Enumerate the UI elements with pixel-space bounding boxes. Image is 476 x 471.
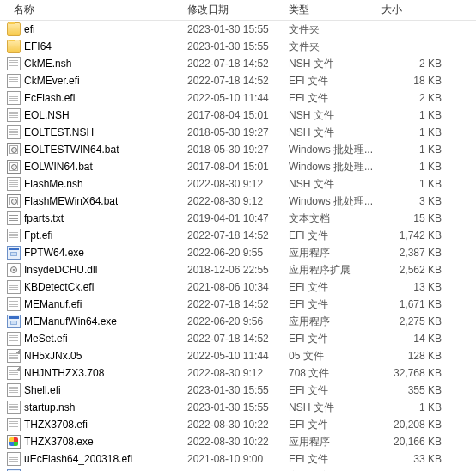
cell-name: MeSet.efi <box>7 332 187 346</box>
table-row[interactable]: KBDetectCk.efi2021-08-06 10:34EFI 文件13 K… <box>0 278 476 296</box>
table-row[interactable]: EOLTESTWIN64.bat2018-05-30 19:27Windows … <box>0 141 476 158</box>
efi-icon <box>7 452 21 466</box>
table-row[interactable]: Fpt.efi2022-07-18 14:52EFI 文件1,742 KB <box>0 227 476 244</box>
cell-type: 应用程序扩展 <box>289 263 381 278</box>
efi-icon <box>7 418 21 431</box>
cell-date: 2022-06-20 9:56 <box>187 315 289 327</box>
cell-type: EFI 文件 <box>289 383 381 398</box>
cell-date: 2018-05-30 19:27 <box>187 144 289 156</box>
table-row[interactable]: uEcFlash64_200318.efi2021-08-10 9:00EFI … <box>0 450 476 468</box>
table-row[interactable]: EOL.NSH2017-08-04 15:01NSH 文件1 KB <box>0 107 476 124</box>
cell-size: 1 KB <box>381 144 450 156</box>
table-row[interactable]: MEManuf.efi2022-07-18 14:52EFI 文件1,671 K… <box>0 296 476 313</box>
table-row[interactable]: FlashMe.nsh2022-08-30 9:12NSH 文件1 KB <box>0 175 476 193</box>
cell-name: Shell.efi <box>7 383 187 397</box>
cell-name: THZX3708.efi <box>7 418 187 431</box>
cell-name: startup.nsh <box>7 401 187 414</box>
table-row[interactable]: EcFlash.efi2022-05-10 11:44EFI 文件2 KB <box>0 89 476 107</box>
cell-date: 2022-08-30 9:12 <box>187 367 289 379</box>
cell-date: 2023-01-30 15:55 <box>187 40 289 52</box>
table-row[interactable]: EOLWIN64.bat2017-08-04 15:01Windows 批处理.… <box>0 158 476 175</box>
table-row[interactable]: WCHKSUM.exe2017-08-04 15:01应用程序9 KB <box>0 468 476 471</box>
table-row[interactable]: fparts.txt2019-04-01 10:47文本文档15 KB <box>0 210 476 227</box>
cell-type: NSH 文件 <box>289 108 381 123</box>
table-row[interactable]: FPTW64.exe2022-06-20 9:55应用程序2,387 KB <box>0 244 476 261</box>
nsh-icon <box>7 108 21 122</box>
file-name-label: EFI64 <box>24 40 52 52</box>
table-row[interactable]: MEManufWin64.exe2022-06-20 9:56应用程序2,275… <box>0 313 476 330</box>
cell-date: 2023-01-30 15:55 <box>187 23 289 35</box>
table-row[interactable]: FlashMEWinX64.bat2022-08-30 9:12Windows … <box>0 193 476 210</box>
bat-icon <box>7 194 21 208</box>
efi-icon <box>7 383 21 397</box>
cell-type: NSH 文件 <box>289 177 381 192</box>
folder-icon <box>7 22 21 36</box>
cell-size: 18 KB <box>381 75 450 87</box>
file-name-label: NH5xJNx.05 <box>24 350 82 362</box>
table-row[interactable]: NHJNTHZX3.7082022-08-30 9:12708 文件32,768… <box>0 364 476 382</box>
nsh-icon <box>7 125 21 139</box>
table-row[interactable]: THZX3708.efi2022-08-30 10:22EFI 文件20,208… <box>0 416 476 433</box>
table-row[interactable]: THZX3708.exe2022-08-30 10:22应用程序20,166 K… <box>0 433 476 450</box>
table-row[interactable]: MeSet.efi2022-07-18 14:52EFI 文件14 KB <box>0 330 476 347</box>
cell-date: 2022-08-30 10:22 <box>187 436 289 448</box>
cell-name: FPTW64.exe <box>7 246 187 260</box>
exe2-icon <box>7 435 21 449</box>
efi-icon <box>7 297 21 311</box>
cell-type: 应用程序 <box>289 435 381 450</box>
cell-size: 2 KB <box>381 92 450 104</box>
cell-date: 2022-07-18 14:52 <box>187 75 289 87</box>
cell-date: 2017-08-04 15:01 <box>187 161 289 173</box>
cell-name: fparts.txt <box>7 211 187 225</box>
cell-date: 2018-05-30 19:27 <box>187 126 289 138</box>
column-header-date[interactable]: 修改日期 <box>187 0 289 21</box>
cell-name: KBDetectCk.efi <box>7 280 187 294</box>
file-name-label: NHJNTHZX3.708 <box>24 367 104 379</box>
table-row[interactable]: CkMEver.efi2022-07-18 14:52EFI 文件18 KB <box>0 72 476 89</box>
table-row[interactable]: startup.nsh2023-01-30 15:55NSH 文件1 KB <box>0 399 476 416</box>
table-row[interactable]: InsydeDCHU.dll2018-12-06 22:55应用程序扩展2,56… <box>0 261 476 278</box>
table-row[interactable]: efi2023-01-30 15:55文件夹 <box>0 21 476 38</box>
file-name-label: EcFlash.efi <box>24 92 75 104</box>
cell-type: 05 文件 <box>289 349 381 364</box>
table-row[interactable]: Shell.efi2023-01-30 15:55EFI 文件355 KB <box>0 382 476 399</box>
exe-icon <box>7 315 21 328</box>
cell-size: 1,671 KB <box>381 298 450 310</box>
cell-date: 2022-08-30 9:12 <box>187 195 289 207</box>
cell-size: 3 KB <box>381 195 450 207</box>
file-name-label: KBDetectCk.efi <box>24 281 94 293</box>
cell-date: 2021-08-06 10:34 <box>187 281 289 293</box>
exe-icon <box>7 246 21 260</box>
cell-type: EFI 文件 <box>289 297 381 312</box>
cell-size: 13 KB <box>381 281 450 293</box>
cell-type: EFI 文件 <box>289 91 381 106</box>
cell-type: NSH 文件 <box>289 57 381 71</box>
nsh-icon <box>7 401 21 414</box>
efi-icon <box>7 229 21 242</box>
cell-date: 2022-07-18 14:52 <box>187 229 289 242</box>
efi-icon <box>7 332 21 346</box>
cell-size: 2,387 KB <box>381 247 450 259</box>
cell-size: 20,166 KB <box>381 436 450 448</box>
file-name-label: MEManufWin64.exe <box>24 315 117 327</box>
cell-name: EOLWIN64.bat <box>7 160 187 174</box>
column-header-type[interactable]: 类型 <box>289 0 381 21</box>
column-header-size[interactable]: 大小 <box>381 0 450 21</box>
cell-date: 2022-07-18 14:52 <box>187 298 289 310</box>
table-row[interactable]: EFI642023-01-30 15:55文件夹 <box>0 38 476 55</box>
nsh-icon <box>7 57 21 70</box>
cell-size: 2 KB <box>381 58 450 70</box>
file-name-label: MEManuf.efi <box>24 298 82 310</box>
table-row[interactable]: NH5xJNx.052022-05-10 11:4405 文件128 KB <box>0 347 476 364</box>
cell-size: 2,562 KB <box>381 264 450 276</box>
cell-type: Windows 批处理... <box>289 194 381 209</box>
cell-name: EOLTESTWIN64.bat <box>7 143 187 156</box>
file-list: efi2023-01-30 15:55文件夹EFI642023-01-30 15… <box>0 21 476 471</box>
column-header-name[interactable]: 名称 <box>7 0 187 21</box>
table-row[interactable]: EOLTEST.NSH2018-05-30 19:27NSH 文件1 KB <box>0 124 476 141</box>
cell-size: 15 KB <box>381 212 450 224</box>
cell-name: CkME.nsh <box>7 57 187 70</box>
table-row[interactable]: CkME.nsh2022-07-18 14:52NSH 文件2 KB <box>0 55 476 72</box>
efi-icon <box>7 280 21 294</box>
cell-date: 2022-08-30 9:12 <box>187 178 289 190</box>
